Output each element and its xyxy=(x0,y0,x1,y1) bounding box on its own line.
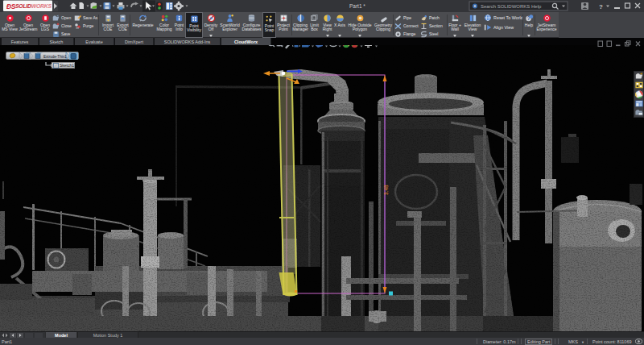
svg-text:Part1 *: Part1 * xyxy=(349,3,365,9)
svg-text:Search SOLIDWORKS Help: Search SOLIDWORKS Help xyxy=(481,4,542,9)
svg-text:ÐS: ÐS xyxy=(6,2,16,10)
svg-text:Extrude-Thin1: Extrude-Thin1 xyxy=(43,55,67,59)
svg-text:?: ? xyxy=(599,3,603,10)
svg-text:3.48: 3.48 xyxy=(383,185,389,195)
svg-text:SOLIDWORKS: SOLIDWORKS xyxy=(15,3,52,9)
